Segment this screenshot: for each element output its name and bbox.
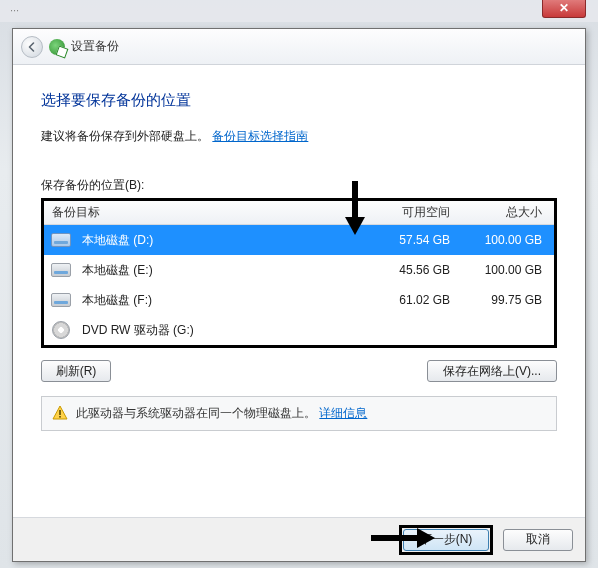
hard-drive-icon xyxy=(50,261,72,279)
drive-list: 备份目标 可用空间 总大小 本地磁盘 (D:)57.54 GB100.00 GB… xyxy=(41,198,557,348)
col-total[interactable]: 总大小 xyxy=(462,204,554,221)
drive-row[interactable]: 本地磁盘 (F:)61.02 GB99.75 GB xyxy=(44,285,554,315)
window-close-button[interactable]: ✕ xyxy=(542,0,586,18)
wizard-title: 设置备份 xyxy=(71,38,119,55)
drive-row[interactable]: 本地磁盘 (E:)45.56 GB100.00 GB xyxy=(44,255,554,285)
drive-total: 99.75 GB xyxy=(462,293,554,307)
guide-link[interactable]: 备份目标选择指南 xyxy=(212,129,308,143)
warning-box: 此驱动器与系统驱动器在同一个物理磁盘上。 详细信息 xyxy=(41,396,557,431)
next-button[interactable]: 下一步(N) xyxy=(403,529,489,551)
drive-name: 本地磁盘 (E:) xyxy=(82,262,370,279)
drive-free: 57.54 GB xyxy=(370,233,462,247)
col-free[interactable]: 可用空间 xyxy=(370,204,462,221)
drive-name: 本地磁盘 (D:) xyxy=(82,232,370,249)
svg-rect-1 xyxy=(59,416,61,418)
page-heading: 选择要保存备份的位置 xyxy=(41,91,557,110)
intro-text: 建议将备份保存到外部硬盘上。 xyxy=(41,129,209,143)
save-on-network-button[interactable]: 保存在网络上(V)... xyxy=(427,360,557,382)
wizard-header: 设置备份 xyxy=(13,29,585,65)
backup-icon xyxy=(49,39,65,55)
warning-icon xyxy=(52,405,68,421)
intro-line: 建议将备份保存到外部硬盘上。 备份目标选择指南 xyxy=(41,128,557,145)
wizard-footer: 下一步(N) 取消 xyxy=(13,517,585,561)
drive-row[interactable]: DVD RW 驱动器 (G:) xyxy=(44,315,554,345)
wizard-window: 设置备份 选择要保存备份的位置 建议将备份保存到外部硬盘上。 备份目标选择指南 … xyxy=(12,28,586,562)
drive-name: DVD RW 驱动器 (G:) xyxy=(82,322,370,339)
drive-row[interactable]: 本地磁盘 (D:)57.54 GB100.00 GB xyxy=(44,225,554,255)
warning-text: 此驱动器与系统驱动器在同一个物理磁盘上。 xyxy=(76,406,316,420)
warning-details-link[interactable]: 详细信息 xyxy=(319,406,367,420)
svg-rect-0 xyxy=(59,410,61,415)
warning-text-wrap: 此驱动器与系统驱动器在同一个物理磁盘上。 详细信息 xyxy=(76,405,367,422)
drive-free: 61.02 GB xyxy=(370,293,462,307)
drive-name: 本地磁盘 (F:) xyxy=(82,292,370,309)
drive-total: 100.00 GB xyxy=(462,233,554,247)
back-button[interactable] xyxy=(21,36,43,58)
hard-drive-icon xyxy=(50,231,72,249)
drive-total: 100.00 GB xyxy=(462,263,554,277)
col-target[interactable]: 备份目标 xyxy=(44,204,370,221)
content-area: 选择要保存备份的位置 建议将备份保存到外部硬盘上。 备份目标选择指南 保存备份的… xyxy=(13,65,585,445)
list-label: 保存备份的位置(B): xyxy=(41,177,557,194)
list-header: 备份目标 可用空间 总大小 xyxy=(44,201,554,225)
hard-drive-icon xyxy=(50,291,72,309)
dvd-drive-icon xyxy=(50,321,72,339)
drive-free: 45.56 GB xyxy=(370,263,462,277)
next-button-highlight: 下一步(N) xyxy=(399,525,493,555)
cancel-button[interactable]: 取消 xyxy=(503,529,573,551)
list-actions: 刷新(R) 保存在网络上(V)... xyxy=(41,360,557,382)
parent-window-chrome: ··· xyxy=(0,0,598,22)
refresh-button[interactable]: 刷新(R) xyxy=(41,360,111,382)
